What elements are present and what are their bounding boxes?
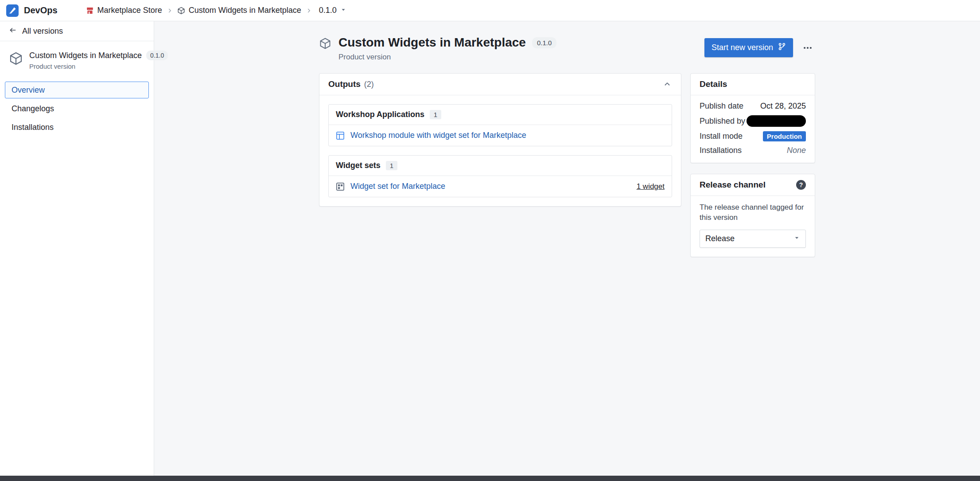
release-channel-selected-value: Release [705,234,735,243]
screen: DevOps Marketplace Store Custom Widgets [0,0,980,481]
group-title: Widget sets [336,161,381,170]
bottom-strip [0,476,980,481]
outputs-card-header: Outputs (2) [319,74,681,95]
release-channel-card-header: Release channel ? [691,174,815,196]
details-card-header: Details [691,74,815,95]
release-channel-title: Release channel [700,180,766,190]
details-body: Publish date Oct 28, 2025 Published by I… [691,95,815,163]
sidebar-item-changelogs[interactable]: Changelogs [5,100,149,117]
topbar: DevOps Marketplace Store Custom Widgets [0,0,980,21]
detail-label: Publish date [700,102,743,111]
outputs-card: Outputs (2) Workshop Applications 1 [319,73,681,207]
output-row-workshop-module: Workshop module with widget set for Mark… [329,125,672,146]
workshop-module-link[interactable]: Workshop module with widget set for Mark… [350,131,526,140]
details-title: Details [700,79,727,89]
publish-date-value: Oct 28, 2025 [760,102,806,111]
breadcrumb-product[interactable]: Custom Widgets in Marketplace [177,6,301,15]
release-channel-card: Release channel ? The release channel ta… [690,174,815,257]
product-cube-icon [9,51,23,70]
install-mode-badge: Production [763,131,806,141]
nav-item-label: Installations [12,123,54,132]
page-header: Custom Widgets in Marketplace 0.1.0 Prod… [319,35,815,62]
release-channel-select[interactable]: Release [700,230,806,248]
header-actions: Start new version [704,38,815,57]
store-icon [86,7,94,15]
chevron-right-icon [306,8,312,14]
git-branch-icon [778,43,786,53]
group-header: Widget sets 1 [329,156,672,176]
sidebar-nav: Overview Changelogs Installations [0,82,154,136]
group-header: Workshop Applications 1 [329,105,672,125]
output-group-workshop-applications: Workshop Applications 1 [328,104,672,146]
details-card: Details Publish date Oct 28, 2025 Publis… [690,73,815,163]
start-new-version-label: Start new version [712,43,773,52]
app-logo-icon[interactable] [6,4,19,17]
version-badge: 0.1.0 [532,37,556,48]
group-count-badge: 1 [386,161,397,170]
page-title: Custom Widgets in Marketplace [338,35,526,50]
back-label: All versions [22,27,63,36]
breadcrumb-label: Custom Widgets in Marketplace [189,6,301,15]
product-cube-icon [177,7,185,15]
sidebar-item-overview[interactable]: Overview [5,82,149,98]
breadcrumb-version-label: 0.1.0 [319,6,337,15]
widget-count-link[interactable]: 1 widget [637,182,665,191]
app-name: DevOps [24,5,58,16]
published-by-redacted-value [747,115,806,127]
outputs-body: Workshop Applications 1 [319,95,681,206]
page-subtitle: Product version [338,53,556,62]
product-subtitle: Product version [29,63,168,70]
detail-label: Install mode [700,132,743,141]
output-group-widget-sets: Widget sets 1 [328,155,672,197]
group-title: Workshop Applications [336,110,424,119]
widget-set-link[interactable]: Widget set for Marketplace [350,182,445,191]
detail-row-published-by: Published by [691,113,815,129]
detail-label: Published by [700,117,745,126]
output-row-widget-set: Widget set for Marketplace 1 widget [329,176,672,197]
outputs-count: (2) [364,80,374,89]
installations-value: None [787,146,806,155]
release-channel-description: The release channel tagged for this vers… [700,203,806,223]
detail-row-publish-date: Publish date Oct 28, 2025 [691,99,815,113]
breadcrumb: Marketplace Store Custom Widgets in Mark… [86,4,349,17]
detail-label: Installations [700,146,742,155]
detail-row-install-mode: Install mode Production [691,129,815,144]
sidebar-item-installations[interactable]: Installations [5,119,149,136]
product-name: Custom Widgets in Marketplace [29,51,142,60]
sidebar: All versions Custom Widgets in Marketpla… [0,21,154,476]
widget-set-icon [336,182,345,191]
arrow-left-icon [9,26,17,36]
nav-item-label: Overview [12,86,45,95]
caret-down-icon [340,6,346,15]
sidebar-product-summary: Custom Widgets in Marketplace 0.1.0 Prod… [0,41,154,70]
breadcrumb-label: Marketplace Store [97,6,162,15]
help-icon[interactable]: ? [796,180,806,190]
breadcrumb-version-dropdown[interactable]: 0.1.0 [316,4,349,17]
workshop-module-icon [336,131,345,140]
collapse-outputs-button[interactable] [662,79,672,89]
chevron-right-icon [167,8,173,14]
product-cube-icon [319,37,331,62]
breadcrumb-marketplace-store[interactable]: Marketplace Store [86,6,162,15]
more-options-button[interactable] [800,40,815,55]
back-to-all-versions[interactable]: All versions [0,21,154,41]
start-new-version-button[interactable]: Start new version [704,38,793,57]
nav-item-label: Changelogs [12,104,54,113]
caret-down-icon [793,234,800,243]
release-channel-body: The release channel tagged for this vers… [691,196,815,257]
main-area: Custom Widgets in Marketplace 0.1.0 Prod… [154,21,980,476]
group-count-badge: 1 [430,110,441,119]
outputs-title: Outputs [328,79,361,89]
detail-row-installations: Installations None [691,144,815,157]
